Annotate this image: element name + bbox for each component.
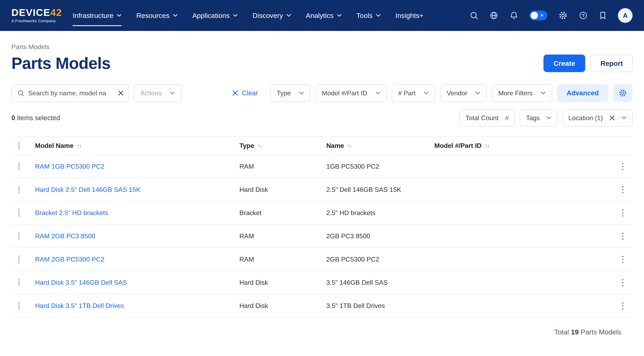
total-count-chip[interactable]: Total Count # (460, 109, 515, 127)
type-cell: Hard Disk (240, 279, 326, 286)
nav-item-resources[interactable]: Resources (136, 9, 178, 22)
type-cell: Bracket (240, 209, 326, 217)
theme-toggle[interactable]: ☀ (530, 10, 547, 20)
row-menu-button[interactable]: ⋮ (615, 300, 630, 312)
model-part-id-dropdown[interactable]: Model #/Part ID (315, 84, 387, 102)
table-body: RAM 1GB PC5300 PC2RAM1GB PC5300 PC2⋮Hard… (12, 155, 632, 318)
type-cell: RAM (240, 232, 326, 240)
name-cell: 2GB PC3 8500 (326, 232, 434, 240)
row-checkbox[interactable] (18, 278, 20, 287)
chevron-down-icon (475, 91, 480, 95)
sort-icon[interactable]: ↑↓ (257, 143, 262, 149)
breadcrumb[interactable]: Parts Models (12, 43, 632, 51)
row-checkbox[interactable] (18, 185, 20, 194)
name-cell: 3.5" 146GB Dell SAS (326, 279, 434, 286)
table-row: Hard Disk 3.5" 1TB Dell DrivesHard Disk3… (12, 294, 632, 318)
nav-item-label: Discovery (252, 11, 283, 19)
model-name-link[interactable]: Hard Disk 3.5" 146GB Dell SAS (35, 279, 127, 286)
nav-item-tools[interactable]: Tools (356, 9, 381, 22)
row-checkbox[interactable] (18, 232, 20, 240)
part-dropdown[interactable]: # Part (392, 84, 435, 102)
model-name-link[interactable]: Bracket 2.5" HD brackets (35, 209, 108, 216)
row-menu-button[interactable]: ⋮ (615, 184, 630, 195)
dropdown-label: # Part (398, 89, 416, 97)
name-cell: 2GB PC5300 PC2 (326, 256, 434, 263)
column-header-model-part-id[interactable]: Model #/Part ID (434, 142, 482, 150)
chevron-down-icon (170, 91, 175, 95)
table-row: RAM 2GB PC5300 PC2RAM2GB PC5300 PC2⋮ (12, 248, 632, 271)
dropdown-label: Vendor (446, 89, 467, 97)
chevron-down-icon (173, 14, 178, 17)
user-avatar[interactable]: A (618, 8, 632, 23)
main-content: Parts Models Parts Models Create Report … (0, 43, 644, 336)
model-name-link[interactable]: RAM 2GB PC5300 PC2 (35, 256, 104, 263)
column-header-name[interactable]: Name (326, 142, 344, 150)
search-input-icon (17, 89, 24, 97)
gear-icon[interactable] (558, 11, 568, 20)
nav-item-discovery[interactable]: Discovery (252, 9, 291, 22)
bell-icon[interactable] (510, 11, 518, 20)
search-clear-icon[interactable] (118, 90, 124, 96)
name-cell: 2.5" HD brackets (326, 209, 434, 217)
device42-logo[interactable]: DEVICE42 A Freshworks Company (12, 8, 62, 23)
help-icon[interactable]: ? (579, 11, 588, 20)
more-filters-dropdown[interactable]: More Filters (492, 84, 552, 102)
name-cell: 3.5" 1TB Dell Drives (326, 302, 434, 310)
table-row: RAM 2GB PC3 8500RAM2GB PC3 8500⋮ (12, 225, 632, 248)
row-menu-button[interactable]: ⋮ (615, 277, 630, 288)
report-button[interactable]: Report (590, 55, 632, 72)
row-checkbox[interactable] (18, 208, 20, 217)
chevron-down-icon (541, 91, 546, 95)
selection-summary-row: 0 items selected Total Count # Tags Loca… (12, 109, 632, 127)
logo-wordmark: DEVICE42 (12, 8, 62, 17)
advanced-filters-button[interactable]: Advanced (557, 84, 608, 102)
actions-dropdown[interactable]: Actions (134, 84, 181, 102)
model-name-link[interactable]: RAM 1GB PC5300 PC2 (35, 163, 104, 170)
table-settings-button[interactable] (613, 84, 632, 102)
chevron-down-icon (424, 91, 429, 95)
dropdown-label: Model #/Part ID (322, 89, 367, 97)
sort-icon[interactable]: ↑↓ (347, 143, 352, 149)
chevron-down-icon (376, 14, 381, 17)
name-cell: 2.5" Dell 146GB SAS 15K (326, 186, 434, 193)
model-name-link[interactable]: Hard Disk 2.5" Dell 146GB SAS 15K (35, 186, 140, 193)
clear-filters-button[interactable]: Clear (232, 89, 258, 97)
sort-icon[interactable]: ↑↓ (485, 143, 489, 149)
chevron-down-icon (546, 116, 551, 120)
chevron-down-icon (233, 14, 238, 17)
type-dropdown[interactable]: Type (270, 84, 310, 102)
nav-item-applications[interactable]: Applications (192, 9, 238, 22)
column-header-model-name[interactable]: Model Name (35, 142, 74, 150)
row-menu-button[interactable]: ⋮ (615, 253, 630, 265)
column-header-type[interactable]: Type (240, 142, 254, 150)
bookmark-icon[interactable] (599, 11, 607, 20)
row-checkbox[interactable] (18, 255, 20, 264)
search-input[interactable] (12, 89, 128, 97)
row-checkbox[interactable] (18, 301, 20, 310)
table-row: Bracket 2.5" HD bracketsBracket2.5" HD b… (12, 201, 632, 225)
chevron-down-icon (337, 14, 342, 17)
chevron-down-icon (117, 14, 122, 17)
globe-icon[interactable] (490, 11, 498, 20)
sort-icon[interactable]: ↑↓ (77, 143, 81, 149)
nav-item-infrastructure[interactable]: Infrastructure (72, 9, 122, 22)
search-icon[interactable] (470, 11, 478, 20)
row-menu-button[interactable]: ⋮ (615, 161, 630, 172)
row-menu-button[interactable]: ⋮ (615, 207, 630, 219)
type-cell: Hard Disk (240, 186, 326, 193)
nav-item-insights[interactable]: Insights+ (396, 9, 423, 22)
model-name-link[interactable]: Hard Disk 3.5" 1TB Dell Drives (35, 302, 124, 309)
nav-item-analytics[interactable]: Analytics (306, 9, 342, 22)
select-all-checkbox[interactable] (18, 141, 20, 150)
row-menu-button[interactable]: ⋮ (615, 230, 630, 242)
nav-item-label: Insights+ (396, 11, 423, 19)
nav-item-label: Tools (356, 11, 372, 19)
create-button[interactable]: Create (544, 55, 586, 72)
chevron-down-icon (622, 116, 626, 120)
model-name-link[interactable]: RAM 2GB PC3 8500 (35, 232, 95, 240)
tags-dropdown[interactable]: Tags (520, 109, 557, 127)
row-checkbox[interactable] (18, 162, 20, 171)
remove-location-filter-icon[interactable] (609, 115, 615, 121)
vendor-dropdown[interactable]: Vendor (440, 84, 487, 102)
location-filter-chip[interactable]: Location (1) (562, 109, 632, 127)
